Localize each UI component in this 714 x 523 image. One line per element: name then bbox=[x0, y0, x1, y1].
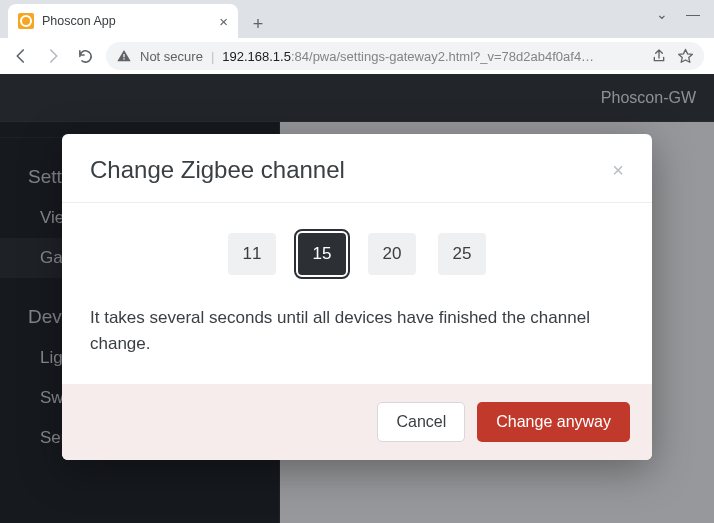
back-button[interactable] bbox=[10, 45, 32, 67]
tab-title: Phoscon App bbox=[42, 14, 116, 28]
url-host: 192.168.1.5 bbox=[222, 49, 291, 64]
modal-header: Change Zigbee channel × bbox=[62, 134, 652, 203]
browser-chrome: Phoscon App × + ⌄ — Not secure | 192.168… bbox=[0, 0, 714, 74]
svg-rect-0 bbox=[123, 54, 124, 57]
address-bar[interactable]: Not secure | 192.168.1.5:84/pwa/settings… bbox=[106, 42, 704, 70]
url-text: 192.168.1.5:84/pwa/settings-gateway2.htm… bbox=[222, 49, 594, 64]
tab-strip: Phoscon App × + ⌄ — bbox=[0, 0, 714, 38]
not-secure-icon bbox=[116, 48, 132, 64]
change-channel-modal: Change Zigbee channel × 11 15 20 25 It t… bbox=[62, 134, 652, 460]
close-icon[interactable]: × bbox=[612, 159, 624, 182]
change-anyway-button[interactable]: Change anyway bbox=[477, 402, 630, 442]
channel-option-11[interactable]: 11 bbox=[228, 233, 276, 275]
separator: | bbox=[211, 49, 214, 64]
channel-option-15[interactable]: 15 bbox=[298, 233, 346, 275]
cancel-button[interactable]: Cancel bbox=[377, 402, 465, 442]
channel-option-20[interactable]: 20 bbox=[368, 233, 416, 275]
bookmark-icon[interactable] bbox=[677, 48, 694, 65]
modal-title: Change Zigbee channel bbox=[90, 156, 345, 184]
modal-footer: Cancel Change anyway bbox=[62, 384, 652, 460]
not-secure-label: Not secure bbox=[140, 49, 203, 64]
new-tab-button[interactable]: + bbox=[244, 10, 272, 38]
window-controls: ⌄ — bbox=[656, 0, 714, 22]
window-dropdown-icon[interactable]: ⌄ bbox=[656, 6, 668, 22]
share-icon[interactable] bbox=[651, 48, 667, 64]
phoscon-favicon bbox=[18, 13, 34, 29]
svg-rect-1 bbox=[123, 58, 124, 59]
modal-body: 11 15 20 25 It takes several seconds unt… bbox=[62, 203, 652, 384]
tab-close-icon[interactable]: × bbox=[219, 13, 228, 30]
browser-tab[interactable]: Phoscon App × bbox=[8, 4, 238, 38]
modal-body-text: It takes several seconds until all devic… bbox=[90, 305, 624, 358]
forward-button[interactable] bbox=[42, 45, 64, 67]
channel-option-25[interactable]: 25 bbox=[438, 233, 486, 275]
window-minimize-icon[interactable]: — bbox=[686, 6, 700, 22]
reload-button[interactable] bbox=[74, 45, 96, 67]
url-path: :84/pwa/settings-gateway2.html?_v=78d2ab… bbox=[291, 49, 594, 64]
toolbar: Not secure | 192.168.1.5:84/pwa/settings… bbox=[0, 38, 714, 74]
channel-options: 11 15 20 25 bbox=[90, 233, 624, 275]
modal-backdrop[interactable]: Change Zigbee channel × 11 15 20 25 It t… bbox=[0, 74, 714, 523]
